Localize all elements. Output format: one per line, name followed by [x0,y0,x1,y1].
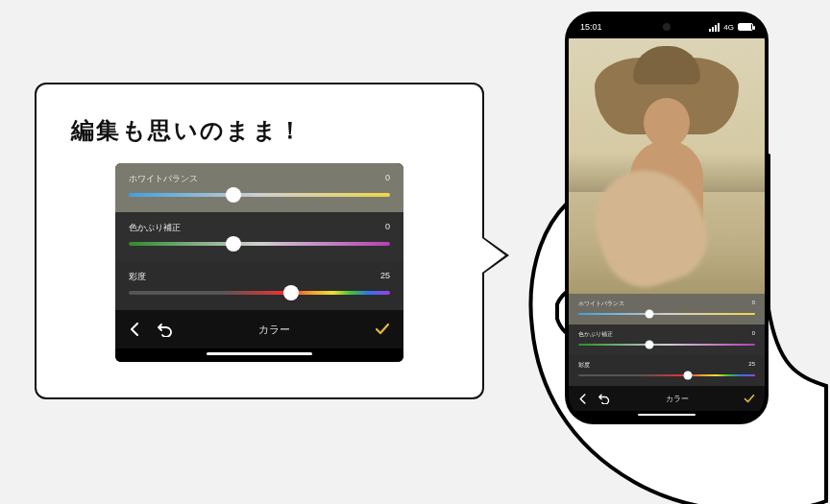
slider-thumb[interactable] [684,372,693,380]
home-indicator [569,411,765,420]
back-icon[interactable] [129,323,140,336]
slider-value: 0 [385,173,390,185]
undo-icon[interactable] [158,322,173,337]
slider-thumb[interactable] [226,236,241,252]
status-bar: 15:01 4G [569,15,765,38]
slider-value: 0 [752,300,755,308]
slider-label: 彩度 [129,271,146,283]
editor-tab-title: カラー [258,323,290,337]
color-editor-panel: ホワイトバランス 0 色かぶり補正 0 彩度 25 [115,163,403,362]
slider-value: 25 [748,361,755,370]
confirm-icon[interactable] [375,323,390,336]
slider-row-saturation: 彩度 25 [569,355,765,386]
slider-thumb[interactable] [226,187,241,203]
slider-row-white-balance: ホワイトバランス 0 [115,163,403,212]
callout-bubble: 編集も思いのまま！ ホワイトバランス 0 色かぶり補正 0 彩度 25 [35,83,484,399]
back-icon[interactable] [578,394,587,404]
slider-value: 0 [752,330,755,339]
tint-slider[interactable] [578,344,755,346]
battery-icon [738,23,753,31]
slider-label: 彩度 [578,361,590,370]
phone-in-hand: 15:01 4G ホワイトバランス 0 [538,12,826,501]
white-balance-slider[interactable] [129,193,390,197]
status-time: 15:01 [580,22,602,32]
slider-label: ホワイトバランス [578,300,624,308]
editor-tab-title: カラー [666,394,689,404]
slider-row-tint: 色かぶり補正 0 [569,324,765,355]
photo-preview[interactable] [569,38,765,294]
slider-row-saturation: 彩度 25 [115,261,403,310]
saturation-slider[interactable] [578,374,755,376]
slider-thumb[interactable] [283,285,299,300]
slider-label: 色かぶり補正 [129,222,181,234]
editor-bottom-bar: カラー [115,310,403,348]
slider-thumb[interactable] [645,310,653,319]
color-editor-panel-mini: ホワイトバランス 0 色かぶり補正 0 彩度 25 [569,294,765,420]
signal-icon [709,23,720,32]
slider-value: 25 [380,271,390,283]
confirm-icon[interactable] [744,394,755,404]
tint-slider[interactable] [129,242,390,246]
phone-frame: 15:01 4G ホワイトバランス 0 [565,12,769,424]
undo-icon[interactable] [598,393,610,404]
slider-row-white-balance: ホワイトバランス 0 [569,294,765,324]
slider-thumb[interactable] [645,341,653,349]
white-balance-slider[interactable] [578,313,755,315]
home-indicator [115,348,403,362]
slider-label: ホワイトバランス [129,173,198,185]
slider-value: 0 [385,222,390,234]
status-network: 4G [723,23,734,32]
editor-bottom-bar: カラー [569,386,765,411]
slider-label: 色かぶり補正 [578,330,613,339]
saturation-slider[interactable] [129,291,390,295]
callout-headline: 編集も思いのまま！ [71,115,448,146]
slider-row-tint: 色かぶり補正 0 [115,212,403,261]
